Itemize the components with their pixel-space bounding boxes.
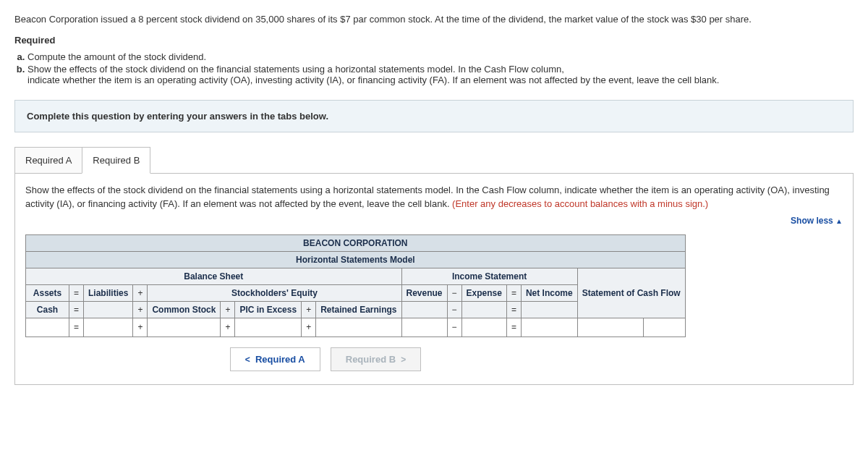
requirement-b: Show the effects of the stock dividend o… (27, 64, 854, 85)
input-common-stock[interactable] (148, 318, 221, 337)
table-corp-title: BEACON CORPORATION (26, 234, 686, 251)
op-minus: − (447, 301, 461, 318)
header-retained-earnings: Retained Earnings (316, 301, 401, 318)
op-eq: = (69, 284, 84, 301)
tab-required-a[interactable]: Required A (14, 147, 82, 174)
op-plus: + (133, 284, 148, 301)
header-revenue-blank (401, 301, 447, 318)
input-revenue[interactable] (401, 318, 447, 337)
input-liabilities[interactable] (84, 318, 133, 337)
input-pic-excess[interactable] (235, 318, 302, 337)
header-cash-flow: Statement of Cash Flow (577, 268, 685, 318)
next-label: Required B (346, 354, 396, 365)
table-model-title: Horizontal Statements Model (26, 251, 686, 268)
requirement-b-sub: indicate whether the item is an operatin… (27, 75, 854, 85)
horizontal-statements-table: BEACON CORPORATION Horizontal Statements… (25, 234, 686, 337)
op-eq: = (506, 318, 521, 337)
header-income-statement: Income Statement (401, 268, 577, 284)
requirements-list: Compute the amount of the stock dividend… (14, 51, 854, 85)
op-plus: + (302, 318, 316, 337)
op-eq: = (69, 301, 84, 318)
panel-description: Show the effects of the stock dividend o… (25, 184, 843, 211)
input-retained-earnings[interactable] (316, 318, 401, 337)
requirement-b-lead: Show the effects of the stock dividend o… (27, 64, 564, 75)
input-cashflow-type[interactable] (644, 318, 685, 337)
tab-strip: Required A Required B (14, 147, 854, 174)
chevron-up-icon: ▲ (835, 217, 843, 225)
chevron-right-icon: > (401, 355, 406, 365)
op-eq: = (69, 318, 84, 337)
op-minus: − (447, 318, 461, 337)
op-plus: + (133, 301, 148, 318)
tab-panel-required-b: Show the effects of the stock dividend o… (14, 173, 854, 385)
header-liabilities-blank (84, 301, 133, 318)
prev-required-a-button[interactable]: < Required A (230, 347, 320, 371)
required-heading: Required (14, 35, 854, 46)
header-pic-excess: PIC in Excess (235, 301, 302, 318)
header-expense: Expense (461, 284, 506, 301)
chevron-left-icon: < (245, 355, 250, 365)
header-balance-sheet: Balance Sheet (26, 268, 402, 284)
input-net-income[interactable] (521, 318, 577, 337)
instruction-bar: Complete this question by entering your … (14, 100, 854, 132)
op-plus: + (221, 301, 235, 318)
tab-required-b[interactable]: Required B (82, 147, 150, 174)
panel-nav: < Required A Required B > (25, 347, 626, 371)
op-plus: + (133, 318, 148, 337)
op-plus: + (302, 301, 316, 318)
op-eq: = (506, 284, 521, 301)
next-required-b-button: Required B > (331, 347, 422, 371)
problem-intro: Beacon Corporation issued a 8 percent st… (14, 13, 854, 26)
input-cash[interactable] (26, 318, 69, 337)
op-minus: − (447, 284, 461, 301)
prev-label: Required A (255, 354, 305, 365)
header-liabilities: Liabilities (84, 284, 133, 301)
header-assets: Assets (26, 284, 69, 301)
header-expense-blank (461, 301, 506, 318)
show-less-label: Show less (791, 216, 833, 226)
header-revenue: Revenue (401, 284, 447, 301)
input-cashflow-amount[interactable] (577, 318, 644, 337)
panel-desc-main: Show the effects of the stock dividend o… (25, 185, 830, 209)
header-stockholders-equity: Stockholders' Equity (148, 284, 401, 301)
header-netincome-blank (521, 301, 577, 318)
header-common-stock: Common Stock (148, 301, 221, 318)
op-plus: + (221, 318, 235, 337)
header-net-income: Net Income (521, 284, 577, 301)
header-cash: Cash (26, 301, 69, 318)
panel-desc-hint: (Enter any decreases to account balances… (452, 198, 708, 209)
input-expense[interactable] (461, 318, 506, 337)
op-eq: = (506, 301, 521, 318)
requirement-a: Compute the amount of the stock dividend… (27, 51, 854, 62)
show-less-toggle[interactable]: Show less ▲ (25, 216, 843, 226)
